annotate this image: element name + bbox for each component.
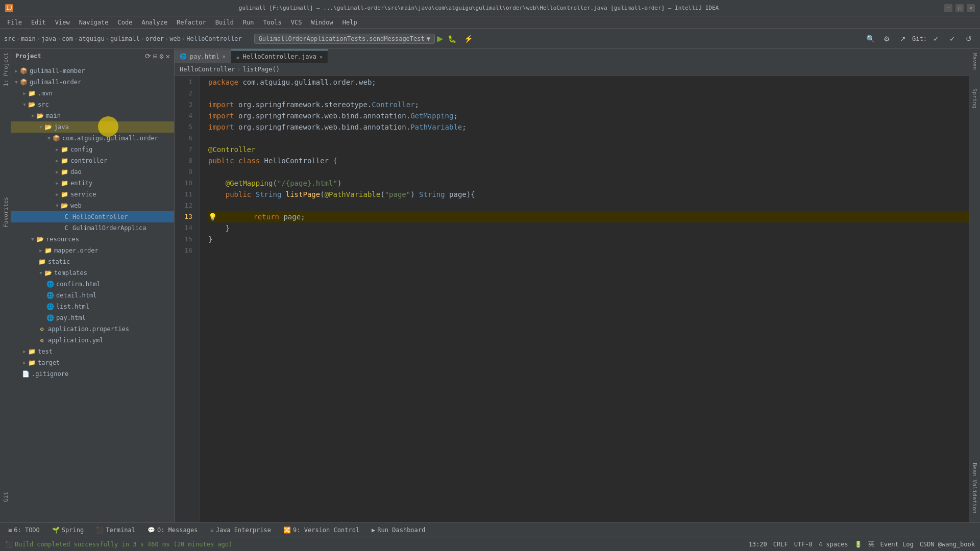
vcs-button[interactable]: ↗ (896, 32, 910, 46)
menu-navigate[interactable]: Navigate (75, 18, 113, 27)
breadcrumb-gulimall[interactable]: gulimall (110, 35, 140, 42)
tree-item-gulimall-member[interactable]: 📦 gulimall-member (11, 65, 174, 77)
tree-item-service[interactable]: 📁 service (11, 189, 174, 200)
git-push[interactable]: ✓ (929, 32, 943, 46)
tree-item-web[interactable]: 📂 web (11, 200, 174, 211)
breadcrumb-method[interactable]: listPage() (243, 66, 280, 73)
bottom-tab-messages[interactable]: 💬 0: Messages (143, 525, 202, 535)
bottom-tab-spring[interactable]: 🌱 Spring (48, 525, 88, 535)
tree-item-app-yml[interactable]: ⚙ application.yml (11, 335, 174, 346)
breadcrumb-web[interactable]: web (169, 35, 181, 42)
git-action[interactable]: ↺ (962, 32, 976, 46)
right-tab-spring[interactable]: Spring (969, 84, 980, 113)
breadcrumb-java[interactable]: java (41, 35, 56, 42)
warning-bulb-icon[interactable]: 💡 (208, 211, 217, 222)
tree-item-main[interactable]: 📂 main (11, 110, 174, 121)
tree-item-pay[interactable]: 🌐 pay.html (11, 312, 174, 323)
tree-item-app-props[interactable]: ⚙ application.properties (11, 323, 174, 335)
bottom-tab-version-control[interactable]: 🔀 9: Version Control (279, 525, 363, 535)
run-button[interactable]: ▶ (437, 34, 443, 43)
menu-analyze[interactable]: Analyze (137, 18, 172, 27)
tree-item-gulimall-app[interactable]: C GulimallOrderApplica (11, 222, 174, 234)
menu-refactor[interactable]: Refactor (173, 18, 210, 27)
project-panel-header: Project ⟳ ⊟ ⚙ ✕ (11, 49, 174, 63)
bottom-tab-run-dashboard[interactable]: ▶ Run Dashboard (368, 525, 429, 535)
code-line-5: import org.springframework.web.bind.anno… (208, 121, 969, 133)
run-dashboard-icon: ▶ (372, 527, 375, 534)
bottom-tab-todo[interactable]: ≡ 6: TODO (4, 525, 44, 535)
debug-button[interactable]: 🐛 (445, 32, 459, 46)
left-tab-project[interactable]: 1: Project (0, 49, 11, 90)
panel-icon-settings[interactable]: ⚙ (159, 52, 163, 60)
tree-item-test[interactable]: 📁 test (11, 346, 174, 357)
breadcrumb-main[interactable]: main (21, 35, 36, 42)
git-pull[interactable]: ✓ (945, 32, 960, 46)
menu-tools[interactable]: Tools (259, 18, 286, 27)
arrow-web (54, 203, 60, 208)
left-tab-favorites[interactable]: Favorites (0, 192, 11, 233)
settings-button[interactable]: ⚙ (879, 32, 894, 46)
lang-toggle[interactable]: 英 (868, 540, 874, 548)
menu-code[interactable]: Code (114, 18, 137, 27)
tree-item-resources[interactable]: 📂 resources (11, 234, 174, 245)
tree-item-confirm[interactable]: 🌐 confirm.html (11, 279, 174, 290)
encoding[interactable]: UTF-8 (794, 540, 813, 548)
menu-view[interactable]: View (51, 18, 74, 27)
breadcrumb-class[interactable]: HelloController (180, 66, 235, 73)
tree-item-gulimall-order[interactable]: 📦 gulimall-order (11, 77, 174, 88)
menu-edit[interactable]: Edit (27, 18, 50, 27)
tab-hello-close[interactable]: ✕ (320, 54, 323, 60)
menu-window[interactable]: Window (307, 18, 337, 27)
tree-item-mapper[interactable]: 📁 mapper.order (11, 245, 174, 256)
left-tab-git[interactable]: Git (0, 477, 11, 517)
minimize-button[interactable]: ─ (944, 4, 952, 12)
indent-status[interactable]: 4 spaces (819, 540, 848, 548)
cursor-position[interactable]: 13:20 (749, 540, 767, 548)
search-button[interactable]: 🔍 (863, 32, 877, 46)
breadcrumb-com[interactable]: com (62, 35, 73, 42)
tree-item-config[interactable]: 📁 config (11, 144, 174, 155)
tree-item-detail[interactable]: 🌐 detail.html (11, 290, 174, 301)
tab-pay-close[interactable]: ✕ (223, 54, 226, 59)
tab-pay-html[interactable]: 🌐 pay.html ✕ (175, 49, 231, 63)
panel-icon-close[interactable]: ✕ (166, 52, 170, 60)
menu-file[interactable]: File (3, 18, 26, 27)
panel-icon-collapse[interactable]: ⊟ (153, 52, 157, 60)
menu-run[interactable]: Run (239, 18, 258, 27)
tree-item-list[interactable]: 🌐 list.html (11, 301, 174, 312)
close-button[interactable]: ✕ (967, 4, 975, 12)
right-sidebar: Maven Spring Bean Validation (969, 49, 980, 522)
tree-item-src[interactable]: 📂 src (11, 99, 174, 110)
tree-item-controller[interactable]: 📁 controller (11, 155, 174, 166)
tab-hellocontroller[interactable]: ☕ HelloController.java ✕ (231, 49, 328, 63)
right-tab-maven[interactable]: Maven (969, 49, 980, 74)
breadcrumb-hellocontroller[interactable]: HelloController (186, 35, 241, 42)
tree-item-templates[interactable]: 📂 templates (11, 267, 174, 279)
run-config-dropdown[interactable]: GulimallOrderApplicationTests.sendMessag… (254, 34, 435, 44)
tree-item-package[interactable]: 📦 com.atguigu.gulimall.order (11, 133, 174, 144)
panel-icon-sync[interactable]: ⟳ (145, 52, 151, 60)
menu-vcs[interactable]: VCS (287, 18, 306, 27)
code-area[interactable]: package com.atguigu.gulimall.order.web; … (200, 76, 969, 522)
right-tab-validation[interactable]: Bean Validation (969, 459, 980, 517)
maximize-button[interactable]: □ (955, 4, 964, 12)
line-separator[interactable]: CRLF (773, 540, 788, 548)
menu-help[interactable]: Help (338, 18, 361, 27)
menu-build[interactable]: Build (211, 18, 238, 27)
bottom-tab-terminal[interactable]: ⬛ Terminal (92, 525, 139, 535)
tree-item-mvn[interactable]: 📁 .mvn (11, 88, 174, 99)
breadcrumb-atguigu[interactable]: atguigu (79, 35, 105, 42)
window-controls[interactable]: ─ □ ✕ (944, 4, 975, 12)
bottom-tab-java-enterprise[interactable]: ☕ Java Enterprise (206, 525, 275, 535)
tree-item-gitignore[interactable]: 📄 .gitignore (11, 368, 174, 380)
breadcrumb-src[interactable]: src (4, 35, 15, 42)
event-log[interactable]: Event Log (880, 540, 914, 548)
tree-item-dao[interactable]: 📁 dao (11, 166, 174, 178)
tree-item-hellocontroller[interactable]: C HelloController (11, 211, 174, 222)
tree-item-entity[interactable]: 📁 entity (11, 178, 174, 189)
tree-item-target[interactable]: 📁 target (11, 357, 174, 368)
tree-item-java[interactable]: 📂 java (11, 121, 174, 133)
tree-item-static[interactable]: 📁 static (11, 256, 174, 267)
coverage-button[interactable]: ⚡ (461, 32, 476, 46)
breadcrumb-order[interactable]: order (145, 35, 164, 42)
